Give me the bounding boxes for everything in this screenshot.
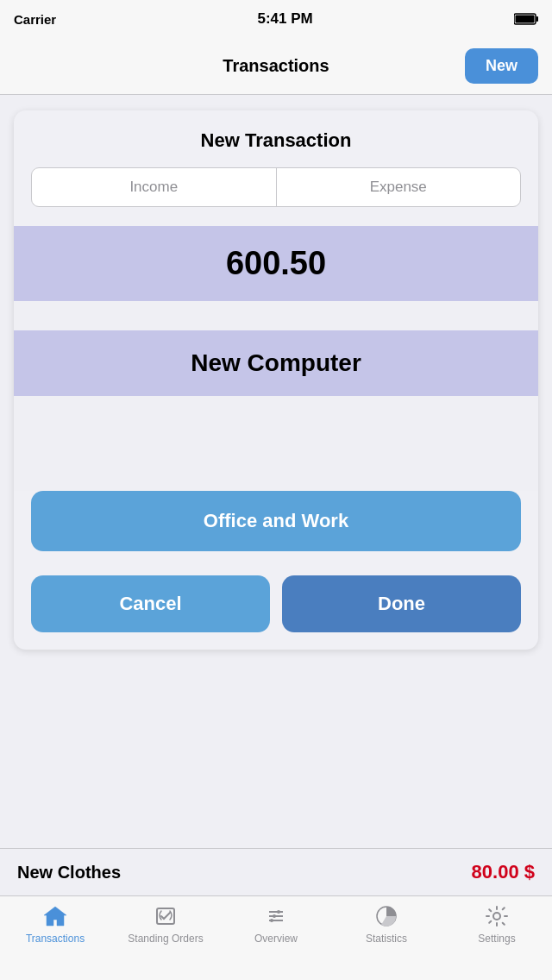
new-button[interactable]: New bbox=[465, 48, 538, 84]
main-content: New Transaction Income Expense 600.50 Ne… bbox=[0, 95, 552, 895]
tab-settings-label: Settings bbox=[478, 933, 515, 945]
tab-standing-orders-label: Standing Orders bbox=[128, 933, 203, 945]
cancel-button[interactable]: Cancel bbox=[31, 575, 270, 632]
battery-icon bbox=[514, 13, 538, 25]
tab-settings[interactable]: Settings bbox=[442, 903, 552, 945]
bg-list-item: New Clothes 80.00 $ bbox=[0, 848, 552, 895]
status-right bbox=[514, 13, 538, 25]
standing-orders-icon bbox=[153, 903, 179, 929]
tab-standing-orders[interactable]: Standing Orders bbox=[110, 903, 221, 945]
svg-point-9 bbox=[270, 919, 273, 922]
svg-rect-2 bbox=[515, 16, 534, 23]
nav-bar: Transactions New bbox=[0, 38, 552, 95]
tab-statistics[interactable]: Statistics bbox=[331, 903, 442, 945]
svg-rect-1 bbox=[536, 16, 538, 22]
spacer-1 bbox=[14, 301, 538, 330]
nav-title: Transactions bbox=[223, 56, 329, 76]
tab-overview[interactable]: Overview bbox=[221, 903, 331, 945]
svg-point-8 bbox=[277, 910, 280, 914]
status-bar: Carrier 5:41 PM bbox=[0, 0, 552, 38]
amount-row[interactable]: 600.50 bbox=[14, 226, 538, 301]
action-buttons: Cancel Done bbox=[31, 575, 521, 632]
modal-card: New Transaction Income Expense 600.50 Ne… bbox=[14, 110, 538, 650]
description-value: New Computer bbox=[191, 349, 361, 376]
settings-icon bbox=[484, 903, 510, 929]
time-label: 5:41 PM bbox=[257, 10, 312, 28]
svg-point-7 bbox=[273, 914, 276, 918]
modal-title: New Transaction bbox=[14, 110, 538, 167]
spacer-2 bbox=[14, 396, 538, 491]
tab-transactions-label: Transactions bbox=[26, 933, 85, 945]
expense-segment[interactable]: Expense bbox=[277, 168, 521, 206]
carrier-label: Carrier bbox=[14, 12, 56, 27]
income-segment[interactable]: Income bbox=[32, 168, 277, 206]
statistics-icon bbox=[373, 903, 399, 929]
overview-icon bbox=[263, 903, 289, 929]
done-button[interactable]: Done bbox=[282, 575, 521, 632]
tab-bar: Transactions Standing Orders Overv bbox=[0, 895, 552, 980]
bg-item-amount: 80.00 $ bbox=[472, 861, 535, 883]
tab-statistics-label: Statistics bbox=[366, 933, 407, 945]
amount-value: 600.50 bbox=[226, 245, 326, 281]
svg-point-11 bbox=[493, 913, 500, 920]
tab-transactions[interactable]: Transactions bbox=[0, 903, 110, 945]
segment-control: Income Expense bbox=[31, 167, 521, 207]
bg-item-title: New Clothes bbox=[17, 863, 121, 883]
home-icon bbox=[42, 903, 68, 929]
description-row[interactable]: New Computer bbox=[14, 330, 538, 396]
tab-overview-label: Overview bbox=[254, 933, 298, 945]
category-button[interactable]: Office and Work bbox=[31, 491, 521, 551]
